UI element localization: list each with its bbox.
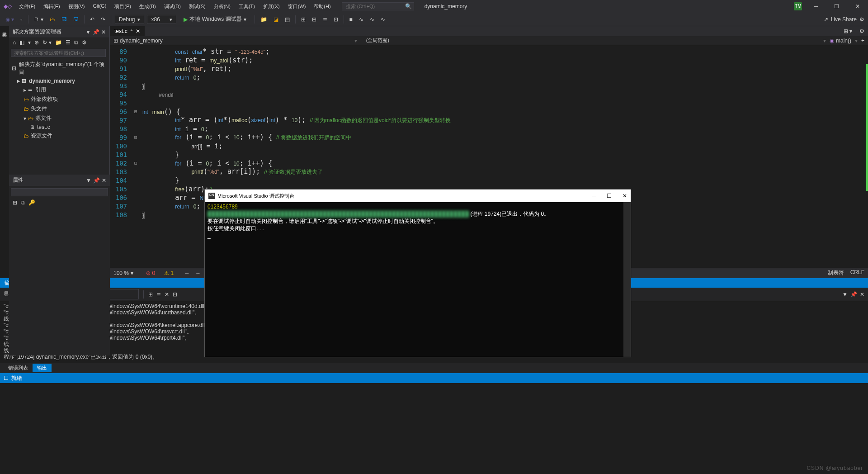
nav-back-icon[interactable]: ←: [184, 270, 190, 276]
resources-node[interactable]: 🗁资源文件: [9, 131, 109, 141]
avatar[interactable]: TM: [794, 2, 802, 10]
panel-close-icon[interactable]: ✕: [102, 177, 106, 184]
console-maximize-button[interactable]: ☐: [607, 193, 612, 199]
menu-project[interactable]: 项目(P): [111, 1, 135, 12]
console-scrollbar[interactable]: [623, 202, 631, 357]
tb-icon-11[interactable]: ∿: [379, 15, 387, 24]
project-node[interactable]: ▸⊞dynamic_memory: [9, 77, 109, 85]
tb-icon-6[interactable]: ≣: [321, 15, 329, 24]
panel-dropdown-icon[interactable]: ▼: [86, 177, 91, 184]
console-titlebar[interactable]: CN Microsoft Visual Studio 调试控制台 ─ ☐ ✕: [205, 190, 631, 202]
breadcrumb-function[interactable]: ◉main(): [830, 38, 851, 44]
menu-help[interactable]: 帮助(H): [310, 1, 334, 12]
tb-icon-5[interactable]: ⊟: [310, 15, 318, 24]
menu-extensions[interactable]: 扩展(X): [259, 1, 283, 12]
panel-dropdown-icon[interactable]: ▼: [842, 291, 848, 298]
panel-pin-icon[interactable]: 📌: [93, 29, 99, 35]
tool-icon-2[interactable]: ▾: [28, 39, 31, 46]
tb-icon-9[interactable]: ∿: [357, 15, 365, 24]
error-count[interactable]: ⊘ 0: [146, 270, 155, 276]
search-icon[interactable]: 🔍: [405, 3, 412, 9]
tool-icon-8[interactable]: ⚙: [82, 39, 87, 46]
tab-pin-icon[interactable]: ⁺: [130, 28, 133, 34]
tab-error-list[interactable]: 错误列表: [4, 364, 33, 372]
tool-icon-6[interactable]: ☰: [66, 39, 71, 46]
tool-icon-5[interactable]: 📁: [55, 39, 62, 46]
console-minimize-button[interactable]: ─: [592, 193, 596, 199]
menu-analyze[interactable]: 分析(N): [210, 1, 234, 12]
forward-icon[interactable]: ◦: [19, 15, 24, 24]
tb-icon-1[interactable]: 📁: [259, 15, 269, 24]
output-tb-icon1[interactable]: ⊞: [148, 291, 153, 298]
testc-node[interactable]: 🗎test.c: [9, 123, 109, 131]
undo-icon[interactable]: ↶: [88, 15, 96, 24]
sources-node[interactable]: ▾🗁源文件: [9, 114, 109, 123]
tab-close-icon[interactable]: ✕: [136, 28, 140, 34]
output-tb-icon2[interactable]: ≣: [156, 291, 161, 298]
panel-pin-icon[interactable]: 📌: [850, 291, 857, 298]
external-node[interactable]: 🗁外部依赖项: [9, 95, 109, 104]
nav-fwd-icon[interactable]: →: [195, 270, 201, 276]
tb-icon-8[interactable]: ■: [348, 15, 354, 24]
editor-scrollbar[interactable]: [863, 45, 868, 221]
solution-search-input[interactable]: [11, 49, 106, 57]
menu-view[interactable]: 视图(V): [65, 1, 89, 12]
new-icon[interactable]: 🗋 ▾: [32, 15, 45, 24]
console-body[interactable]: 0123456789 █████████████████████████████…: [205, 202, 631, 357]
line-ending[interactable]: CRLF: [850, 269, 864, 277]
minimize-button[interactable]: ─: [809, 2, 822, 10]
panel-pin-icon[interactable]: 📌: [93, 177, 100, 184]
output-tb-icon3[interactable]: ✕: [165, 291, 169, 298]
menu-file[interactable]: 文件(F): [15, 1, 39, 12]
liveshare-button[interactable]: Live Share: [831, 16, 857, 23]
tab-output[interactable]: 输出: [33, 364, 52, 372]
run-button[interactable]: ▶本地 Windows 调试器 ▾: [179, 14, 250, 24]
menu-window[interactable]: 窗口(W): [284, 1, 310, 12]
warning-count[interactable]: ⚠ 1: [164, 270, 174, 276]
save-all-icon[interactable]: 🖫: [71, 15, 80, 24]
gear-icon[interactable]: ⚙: [856, 26, 868, 36]
tb-icon-2[interactable]: ◪: [272, 15, 280, 24]
menu-tools[interactable]: 工具(T): [235, 1, 259, 12]
props-icon-3[interactable]: 🔑: [28, 199, 35, 206]
search-input[interactable]: [342, 2, 414, 10]
maximize-button[interactable]: ☐: [830, 2, 844, 10]
tb-icon-3[interactable]: ▤: [283, 15, 292, 24]
back-icon[interactable]: ◉ ▾: [4, 15, 16, 24]
tb-icon-10[interactable]: ∿: [368, 15, 376, 24]
solution-node[interactable]: ⊡解决方案"dynamic_memory"(1 个项目: [9, 60, 109, 77]
open-icon[interactable]: 🗁: [48, 15, 57, 24]
menu-edit[interactable]: 编辑(E): [40, 1, 64, 12]
props-icon-1[interactable]: ⊞: [13, 199, 17, 206]
tb-icon-7[interactable]: ⊡: [332, 15, 340, 24]
zoom-level[interactable]: 100 %: [113, 270, 129, 276]
tool-icon-4[interactable]: ↻ ▾: [42, 39, 51, 46]
panel-dropdown-icon[interactable]: ▼: [85, 29, 91, 35]
menu-git[interactable]: Git(G): [89, 1, 110, 12]
headers-node[interactable]: 🗁头文件: [9, 104, 109, 114]
tool-icon-3[interactable]: ⊕: [34, 39, 39, 46]
refs-node[interactable]: ▸▪▪引用: [9, 85, 109, 95]
tb-icon-4[interactable]: ⊞: [299, 15, 307, 24]
props-icon-2[interactable]: ⧉: [21, 199, 25, 206]
config-dropdown[interactable]: Debug ▾: [115, 15, 145, 24]
output-tb-icon4[interactable]: ⊡: [173, 291, 177, 298]
liveshare-ext-icon[interactable]: ⚙: [859, 16, 864, 23]
close-button[interactable]: ✕: [851, 2, 864, 10]
tool-icon-1[interactable]: ◧: [19, 39, 24, 46]
tool-icon-7[interactable]: ⧉: [74, 39, 78, 46]
home-icon[interactable]: ⌂: [13, 39, 16, 46]
editor-tab-testc[interactable]: test.c ⁺ ✕: [110, 26, 145, 36]
panel-close-icon[interactable]: ✕: [101, 29, 106, 35]
panel-close-icon[interactable]: ✕: [860, 291, 864, 298]
console-close-button[interactable]: ✕: [623, 193, 627, 199]
platform-dropdown[interactable]: x86 ▾: [147, 15, 176, 24]
side-tab-toolbox[interactable]: 工具箱: [0, 26, 8, 32]
indent-mode[interactable]: 制表符: [828, 269, 844, 277]
breadcrumb-scope[interactable]: (全局范围): [366, 37, 389, 44]
editor-split-icon[interactable]: ⊞ ▾: [840, 26, 856, 36]
add-icon[interactable]: +: [861, 38, 864, 44]
menu-debug[interactable]: 调试(D): [160, 1, 184, 12]
redo-icon[interactable]: ↷: [99, 15, 107, 24]
menu-test[interactable]: 测试(S): [185, 1, 209, 12]
